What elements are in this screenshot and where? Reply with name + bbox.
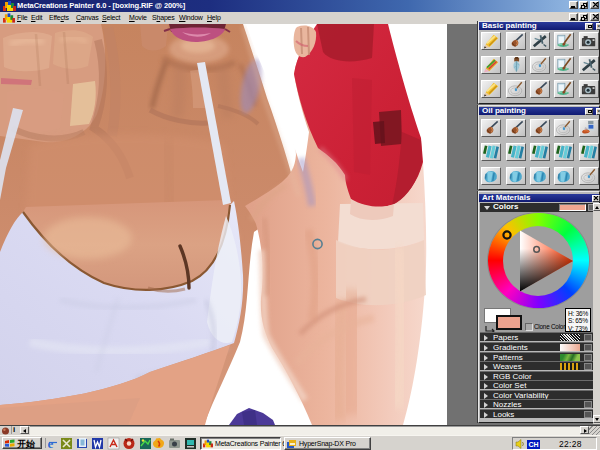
svg-text:e: e [48, 437, 54, 450]
